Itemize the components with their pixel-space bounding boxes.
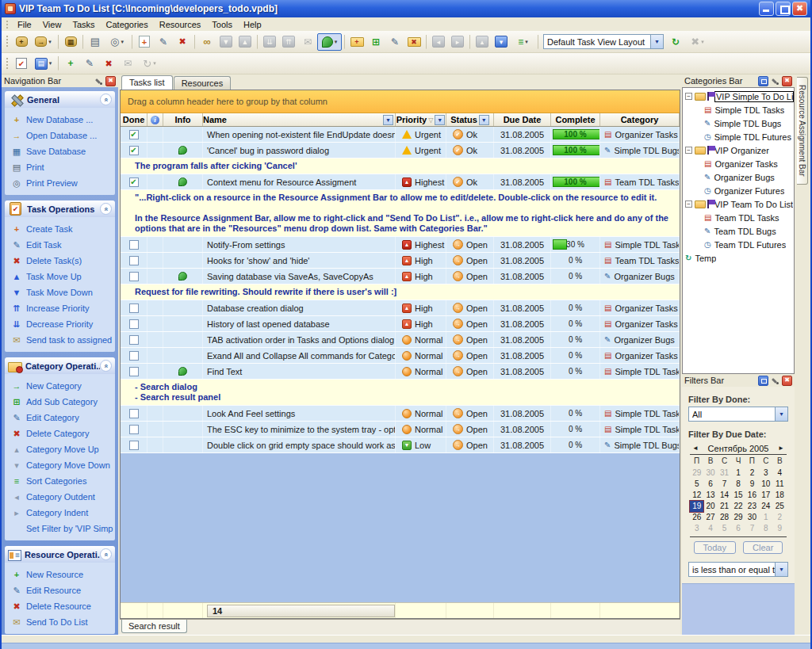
tree-item[interactable]: − VIP Team To Do List (683, 197, 794, 211)
table-row[interactable]: Exand All and Collapse All commands for … (121, 348, 680, 364)
task-name[interactable]: Context menu for Resource Assigment (203, 174, 396, 189)
done-checkbox[interactable] (129, 409, 139, 418)
pin-icon[interactable] (770, 76, 780, 86)
nav-item[interactable]: ✎ Edit Category (10, 410, 113, 426)
category-move-up-button[interactable]: ▴ (473, 33, 492, 51)
task-name[interactable]: Database creation dialog (203, 300, 396, 315)
task-move-up-button[interactable]: ▲ (236, 33, 255, 51)
calendar-day[interactable]: 8 (731, 479, 745, 490)
nav-item[interactable]: ▤ Print (10, 159, 113, 175)
calendar-day[interactable]: 16 (745, 490, 759, 501)
nav-item[interactable]: Set Filter by 'VIP Simple T... (10, 521, 113, 536)
calendar-day[interactable]: 7 (745, 523, 759, 534)
tab-tasks-list[interactable]: Tasks list (121, 75, 173, 90)
float-panel-icon[interactable] (758, 376, 768, 386)
calendar-day[interactable]: 8 (759, 523, 772, 534)
menu-item[interactable]: Resources (154, 19, 207, 30)
calendar-day[interactable]: 24 (759, 501, 772, 512)
minimize-button[interactable] (759, 2, 774, 16)
table-row[interactable]: TAB activation order in Tasks and Option… (121, 332, 680, 348)
calendar-day[interactable]: 9 (745, 479, 759, 490)
calendar-day[interactable]: 30 (703, 468, 717, 479)
calendar-day[interactable]: 14 (718, 490, 731, 501)
table-row[interactable]: Context menu for Resource Assigment High… (121, 174, 680, 190)
calendar-day[interactable]: 18 (773, 490, 787, 501)
restore-button[interactable] (776, 2, 791, 16)
tree-item[interactable]: − Organizer Tasks (683, 157, 794, 170)
new-database-button[interactable]: + (12, 33, 31, 51)
nav-item[interactable]: ✉ Send task to assigned res... (10, 332, 113, 348)
done-checkbox[interactable] (129, 272, 139, 281)
tree-item[interactable]: − Team TDL Tasks (683, 211, 794, 224)
table-row[interactable]: When opening not-existent file EndUpdate… (121, 127, 680, 143)
calendar-day[interactable]: 5 (690, 479, 703, 490)
category-outdent-button[interactable]: ◂ (429, 33, 448, 51)
nav-item[interactable]: ≡ Sort Categories (10, 473, 113, 489)
open-database-button[interactable]: → (31, 33, 56, 51)
task-name[interactable]: Saving database via SaveAs, SaveCopyAs (203, 269, 396, 284)
calendar-day[interactable]: 15 (731, 490, 745, 501)
nav-item[interactable]: ▸ Category Indent (10, 505, 113, 521)
increase-priority-button[interactable]: ⇈ (279, 33, 298, 51)
nav-item[interactable]: ✎ Edit Task (10, 237, 113, 253)
nav-item[interactable]: → Open Database ... (10, 128, 113, 143)
filter-dropdown-icon[interactable]: ▼ (479, 115, 489, 125)
calendar-day[interactable]: 6 (703, 479, 717, 490)
nav-item[interactable]: ▴ Category Move Up (10, 441, 113, 457)
calendar-day[interactable]: 19 (690, 501, 703, 512)
task-name[interactable]: When opening not-existent file EndUpdate… (203, 127, 396, 142)
collapse-chevron-icon[interactable] (100, 548, 112, 560)
calendar-day[interactable]: 29 (690, 468, 703, 479)
float-panel-icon[interactable] (758, 76, 768, 86)
task-view-layout-combo[interactable]: Default Task View Layout ▼ (543, 34, 664, 49)
save-database-button[interactable]: ▦ (61, 33, 80, 51)
close-button[interactable] (792, 2, 807, 16)
calendar-day[interactable]: 3 (759, 468, 772, 479)
tree-expander-icon[interactable]: − (685, 200, 692, 208)
create-task-button[interactable]: + (135, 33, 154, 51)
nav-item[interactable]: + New Database ... (10, 112, 113, 128)
calendar-day[interactable]: 20 (703, 501, 717, 512)
column-header-complete[interactable]: Complete (551, 113, 600, 126)
calendar-day[interactable]: 29 (731, 512, 745, 523)
table-row[interactable]: Hooks for 'show' and 'hide' High Open 31… (121, 253, 680, 269)
tasks-view-button[interactable]: ✔ (12, 55, 31, 72)
calendar-day[interactable]: 12 (690, 490, 703, 501)
nav-group-header[interactable]: Resource Operati... (5, 546, 115, 563)
table-row[interactable]: Double click on grid empty space should … (121, 437, 680, 453)
today-button[interactable]: Today (694, 541, 736, 554)
pin-icon[interactable] (770, 376, 780, 386)
table-row[interactable]: Find Text Normal Open 31.08.2005 0 % Sim… (121, 364, 680, 380)
task-name[interactable]: Notify-From settings (203, 237, 396, 252)
filter-done-select[interactable]: All ▼ (688, 407, 788, 422)
clear-button[interactable]: Clear (743, 541, 783, 554)
task-name[interactable]: Look And Feel settings (203, 406, 396, 421)
print-button[interactable]: ▤ (86, 33, 105, 51)
column-header-info[interactable]: Info (163, 113, 203, 126)
nav-item[interactable]: ✖ Delete Category (10, 426, 113, 441)
calendar-day[interactable]: 3 (690, 523, 703, 534)
column-header-info-icon[interactable]: i (147, 113, 163, 126)
nav-item[interactable]: ⇊ Decrease Priority (10, 316, 113, 332)
done-checkbox[interactable] (129, 335, 139, 345)
category-indent-button[interactable]: ▸ (448, 33, 467, 51)
chevron-down-icon[interactable]: ▼ (650, 35, 663, 48)
task-name[interactable]: The ESC key to minimize to the system tr… (203, 422, 396, 437)
new-category-button[interactable]: + (347, 33, 366, 51)
column-header-status[interactable]: Status▼ (446, 113, 494, 126)
close-icon[interactable] (105, 76, 116, 86)
calendar-day[interactable]: 23 (745, 501, 759, 512)
apply-layout-button[interactable]: ↻ (666, 33, 685, 51)
done-checkbox[interactable] (129, 256, 139, 265)
table-row[interactable]: The program falls after cicking 'Cancel' (121, 158, 680, 174)
calendar-day[interactable]: 27 (703, 512, 717, 523)
delete-layout-button[interactable]: ✖ (685, 33, 710, 51)
done-checkbox[interactable] (129, 146, 139, 155)
nav-item[interactable]: ⇈ Increase Priority (10, 300, 113, 316)
calendar-day[interactable]: 30 (745, 512, 759, 523)
tree-item[interactable]: − Simple TDL Bugs (683, 116, 794, 130)
edit-task-button[interactable]: ✎ (154, 33, 173, 51)
nav-item[interactable]: ✖ Delete Task(s) (10, 253, 113, 269)
new-resource-button[interactable]: + (61, 55, 80, 72)
done-checkbox[interactable] (129, 178, 139, 187)
